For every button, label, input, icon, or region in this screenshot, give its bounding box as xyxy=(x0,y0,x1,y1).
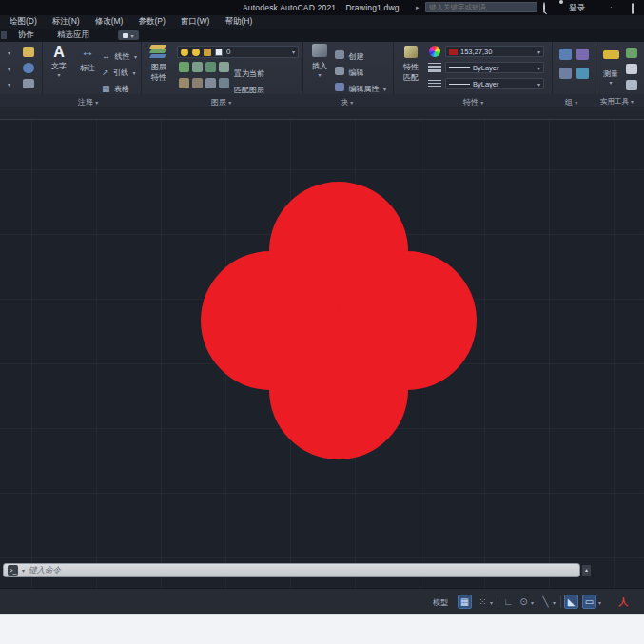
search-icon[interactable] xyxy=(543,3,545,12)
chevron-down-icon[interactable]: ▾ xyxy=(8,49,10,56)
panel-block[interactable]: 块 ▾ xyxy=(341,97,353,107)
lineweight-dropdown[interactable]: ByLayer ▾ xyxy=(445,62,544,73)
insert-block-button[interactable]: 插入 ▾ xyxy=(306,44,333,78)
grid-display-toggle[interactable]: ▦ xyxy=(458,595,472,609)
annotation-scale-button[interactable]: ▭ xyxy=(582,595,596,609)
lineweight-sample xyxy=(449,67,470,68)
layer-tool-icon[interactable] xyxy=(192,62,203,72)
drawing-canvas[interactable] xyxy=(0,120,644,588)
app-store-cart-icon[interactable] xyxy=(632,4,634,13)
search-expand-icon[interactable]: ▸ xyxy=(416,4,420,11)
app-title: Autodesk AutoCAD 2021 xyxy=(243,3,336,12)
signin-button[interactable]: 登录 xyxy=(569,3,585,14)
text-button[interactable]: A 文字 ▾ xyxy=(46,44,72,78)
model-space-button[interactable]: 模型 xyxy=(433,597,448,608)
layer-tool-icon[interactable] xyxy=(179,62,189,72)
create-block-button[interactable]: 创建 xyxy=(335,46,363,63)
match-properties-icon xyxy=(404,46,418,58)
panel-layers[interactable]: 图层 ▾ xyxy=(211,97,231,107)
help-search-input[interactable] xyxy=(425,2,537,12)
chevron-down-icon: ▾ xyxy=(130,32,133,39)
edit-attributes-button[interactable]: 编辑属性 ▾ xyxy=(335,78,386,95)
layer-tool-icon[interactable] xyxy=(179,78,189,88)
hardware-accel-icon[interactable]: 人 xyxy=(616,595,631,609)
doc-title: Drawing1.dwg xyxy=(346,3,400,12)
match-properties-button[interactable]: 特性 匹配 xyxy=(397,45,425,83)
object-color-dropdown[interactable]: 153,27,30 ▾ xyxy=(445,46,544,57)
statusbar-divider xyxy=(498,595,498,608)
measure-button[interactable]: 测量 ▾ xyxy=(599,46,622,86)
table-button[interactable]: ▦ 表格 xyxy=(102,78,129,95)
panel-groups[interactable]: 组 ▾ xyxy=(565,97,577,107)
menu-window[interactable]: 窗口(W) xyxy=(181,16,210,28)
edit-attributes-icon xyxy=(335,83,344,91)
menu-help[interactable]: 帮助(H) xyxy=(224,16,252,28)
layer-tool-icon[interactable] xyxy=(219,78,229,88)
ortho-mode-toggle[interactable]: ∟ xyxy=(501,595,516,609)
linetype-value: ByLayer xyxy=(473,80,499,88)
edit-block-button[interactable]: 编辑 xyxy=(335,62,363,79)
taskbar: 搜索 Y N PCL G ϟ A ∧ xyxy=(0,614,644,644)
chevron-down-icon[interactable]: ▾ xyxy=(598,599,601,606)
leader-button[interactable]: ↗ 引线 ▾ xyxy=(102,62,135,79)
linear-button[interactable]: ↔ 线性 ▾ xyxy=(102,46,137,63)
layer-color-swatch xyxy=(215,49,223,56)
dimension-button[interactable]: ↔ 标注 xyxy=(75,44,100,73)
chevron-down-icon[interactable]: ▾ xyxy=(531,599,534,606)
layer-dropdown[interactable]: 0 ▾ xyxy=(177,46,299,58)
command-history-arrow[interactable]: ▴ xyxy=(582,565,591,576)
statusbar: 模型 ▦ ⁙ ▾ ∟ ⊙ ▾ ╲ ▾ ◣ ▭ ▾ 人 xyxy=(0,588,644,614)
clipboard-icon[interactable] xyxy=(626,80,637,90)
menu-parametric[interactable]: 参数(P) xyxy=(138,16,165,28)
chevron-down-icon[interactable]: ▾ xyxy=(490,599,493,606)
set-current-button[interactable]: 置为当前 xyxy=(234,63,264,80)
panel-annotate[interactable]: 注释 ▾ xyxy=(78,97,98,107)
layer-freeze-icon xyxy=(192,49,200,56)
menu-dimension[interactable]: 标注(N) xyxy=(52,16,80,28)
chevron-down-icon: ▾ xyxy=(537,65,540,71)
ungroup-icon[interactable] xyxy=(576,49,589,60)
tab-featured-apps[interactable]: 精选应用 xyxy=(46,29,101,41)
ribbon: ▾ ▾ ▾ A 文字 ▾ ↔ 标注 ↔ 线性 ▾ ↗ 引线 ▾ ▦ 表格 xyxy=(0,42,644,94)
revision-pencil-icon[interactable] xyxy=(23,47,34,57)
layer-properties-button[interactable]: 图层 特性 xyxy=(144,45,174,83)
chevron-down-icon: ▾ xyxy=(537,81,540,88)
polar-tracking-toggle[interactable]: ⊙ xyxy=(517,595,531,609)
menu-modify[interactable]: 修改(M) xyxy=(95,16,124,28)
group-select-icon[interactable] xyxy=(576,68,589,79)
clipped-status-icon[interactable] xyxy=(635,595,644,609)
chevron-down-icon[interactable]: ▾ xyxy=(22,567,25,574)
draw-circle-icon[interactable] xyxy=(23,63,34,73)
snap-mode-toggle[interactable]: ⁙ xyxy=(476,595,490,609)
workspace-switch-button[interactable]: ▾ xyxy=(118,30,139,40)
linetype-sample xyxy=(449,84,470,85)
quick-calc-icon[interactable] xyxy=(626,48,637,58)
quatrefoil-bottom-circle[interactable] xyxy=(269,321,408,459)
tab-collaborate[interactable]: 协作 xyxy=(7,29,46,41)
quick-select-icon[interactable] xyxy=(626,64,637,74)
linetype-icon xyxy=(428,80,441,87)
panel-utilities[interactable]: 实用工具 ▾ xyxy=(600,97,634,107)
chevron-down-icon[interactable]: ▾ xyxy=(8,81,10,88)
text-icon: A xyxy=(46,44,72,61)
menu-draw[interactable]: 绘图(D) xyxy=(10,16,37,28)
menubar: 绘图(D) 标注(N) 修改(M) 参数(P) 窗口(W) 帮助(H) xyxy=(0,15,644,29)
isolate-objects-toggle[interactable]: ◣ xyxy=(564,595,578,609)
layer-tool-icon[interactable] xyxy=(192,78,203,88)
chevron-down-icon[interactable]: ▾ xyxy=(8,66,10,72)
linetype-dropdown[interactable]: ByLayer ▾ xyxy=(445,78,544,89)
group-edit-icon[interactable] xyxy=(559,68,572,79)
ribbon-tab-row: 协作 精选应用 ▾ xyxy=(0,29,644,42)
object-snap-toggle[interactable]: ╲ xyxy=(538,595,553,609)
layer-on-icon xyxy=(181,49,188,56)
chevron-down-icon: ▾ xyxy=(537,49,540,55)
chevron-down-icon[interactable]: ▾ xyxy=(553,599,556,606)
group-icon[interactable] xyxy=(559,49,572,60)
draw-stamp-icon[interactable] xyxy=(23,79,34,88)
layer-tool-icon[interactable] xyxy=(205,62,216,72)
overflow-dot-icon: · xyxy=(610,2,613,11)
layer-tool-icon[interactable] xyxy=(219,62,229,72)
layer-tool-icon[interactable] xyxy=(205,78,216,88)
panel-properties[interactable]: 特性 ▾ xyxy=(463,97,483,107)
command-line[interactable]: >_ ▾ 键入命令 xyxy=(3,563,580,577)
